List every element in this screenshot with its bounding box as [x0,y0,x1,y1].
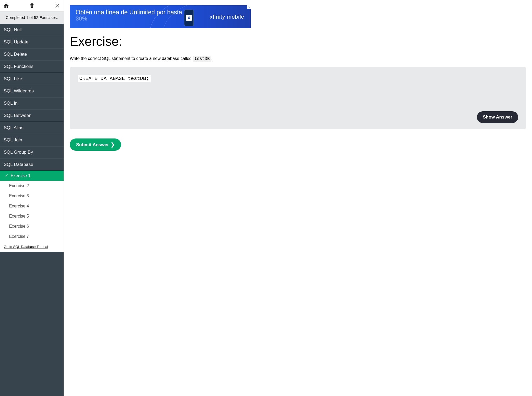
ad-phone-letter: X [186,15,192,21]
sidebar-topic[interactable]: SQL Wildcards [0,85,64,97]
instruction-code: testDB [193,56,211,62]
sidebar-topic[interactable]: SQL Group By [0,146,64,158]
sidebar-exercise[interactable]: Exercise 5 [0,211,64,221]
sidebar-exercise[interactable]: Exercise 7 [0,231,64,242]
sidebar-topic[interactable]: SQL Alias [0,122,64,134]
submit-answer-button[interactable]: Submit Answer ❯ [70,138,121,151]
sidebar-topic[interactable]: SQL Null [0,24,64,36]
sidebar-topic[interactable]: SQL Delete [0,48,64,60]
code-input[interactable]: CREATE DATABASE testDB; [78,75,151,82]
sidebar-topic[interactable]: SQL Update [0,36,64,48]
show-answer-button[interactable]: Show Answer [477,111,518,123]
main-content: Obtén una línea de Unlimited por hasta 3… [64,0,532,396]
sidebar-topic[interactable]: SQL Between [0,109,64,122]
instruction-text: . [211,56,212,61]
ad-marker-icon: ▷ [247,5,251,9]
sidebar-exercise[interactable]: Exercise 6 [0,221,64,231]
sidebar-topic[interactable]: SQL Functions [0,60,64,73]
sidebar: Completed 1 of 52 Exercises: SQL Null SQ… [0,0,64,396]
exercise-instruction: Write the correct SQL statement to creat… [70,56,526,61]
sidebar-toolbar [0,0,64,11]
exercise-box: CREATE DATABASE testDB; Show Answer [70,67,526,129]
sidebar-topic[interactable]: SQL Like [0,73,64,85]
sidebar-exercise-active[interactable]: Exercise 1 [0,171,64,181]
check-icon [4,174,9,178]
sidebar-topic[interactable]: SQL In [0,97,64,109]
sidebar-scroll[interactable]: SQL Null SQL Update SQL Delete SQL Funct… [0,24,64,396]
trash-icon[interactable] [29,3,35,9]
sidebar-exercise[interactable]: Exercise 4 [0,201,64,211]
ad-brand: xfinity mobile [210,14,244,20]
close-icon[interactable] [55,3,60,9]
submit-label: Submit Answer [76,142,109,147]
sidebar-exercise[interactable]: Exercise 3 [0,191,64,201]
ad-phone-graphic: X [184,10,194,26]
ad-text: Obtén una línea de Unlimited por [76,9,167,16]
tutorial-link[interactable]: Go to SQL Database Tutorial [0,242,64,252]
sidebar-topic-active[interactable]: SQL Database [0,158,64,171]
page-title: Exercise: [70,34,526,49]
home-icon[interactable] [3,3,9,9]
chevron-right-icon: ❯ [109,142,115,147]
sidebar-topic[interactable]: SQL Join [0,134,64,146]
sidebar-exercise[interactable]: Exercise 2 [0,181,64,191]
ad-banner[interactable]: Obtén una línea de Unlimited por hasta 3… [70,5,251,28]
instruction-text: Write the correct SQL statement to creat… [70,56,193,61]
progress-text: Completed 1 of 52 Exercises: [0,11,64,24]
sidebar-exercise-label: Exercise 1 [11,173,31,178]
